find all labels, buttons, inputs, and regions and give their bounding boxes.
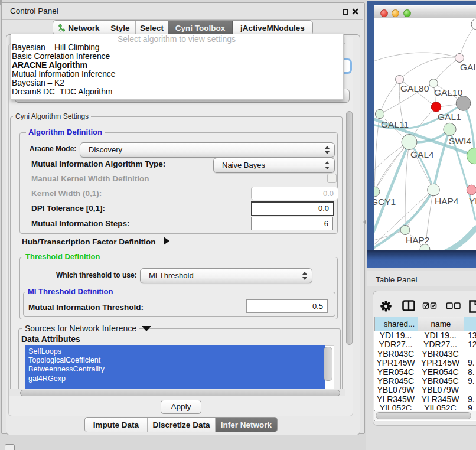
svg-text:SWI4: SWI4 (449, 136, 471, 146)
svg-text:HAP2: HAP2 (406, 235, 430, 245)
svg-text:GCY1: GCY1 (374, 197, 396, 207)
svg-text:GAL7: GAL7 (460, 62, 476, 72)
svg-text:HAP4: HAP4 (435, 196, 459, 206)
svg-text:GAL11: GAL11 (381, 119, 409, 129)
svg-text:GAL80: GAL80 (400, 83, 429, 93)
svg-text:YM: YM (469, 196, 476, 206)
svg-text:GAL1: GAL1 (438, 112, 461, 122)
svg-text:GAL4: GAL4 (410, 149, 434, 159)
svg-text:GAL10: GAL10 (434, 87, 463, 97)
